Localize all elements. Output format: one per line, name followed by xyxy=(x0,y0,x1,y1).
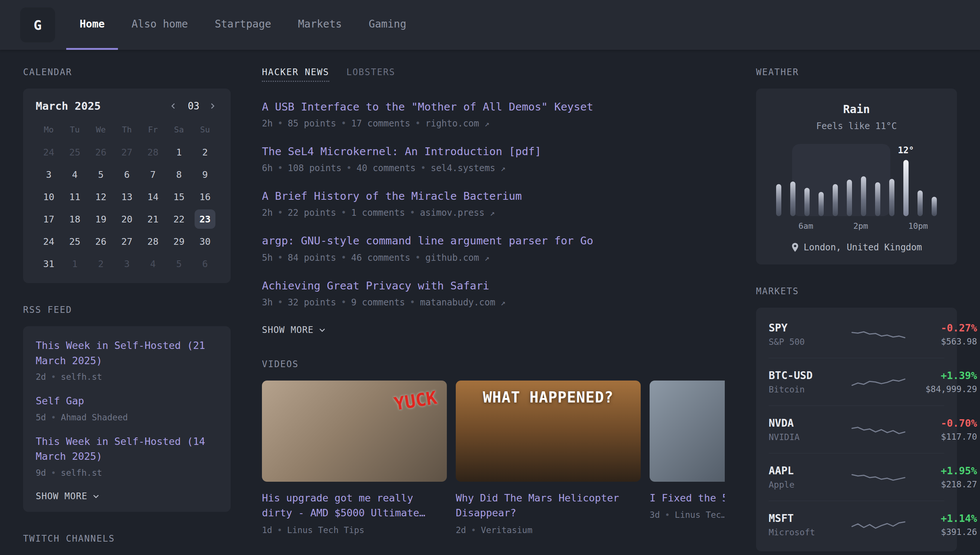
rss-item-title[interactable]: Self Gap xyxy=(36,393,218,409)
app-logo[interactable]: G xyxy=(20,8,55,42)
news-story: The SeL4 Microkernel: An Introduction [p… xyxy=(262,144,725,173)
meta-separator: • xyxy=(277,253,283,263)
nav-tab-home[interactable]: Home xyxy=(66,0,118,50)
calendar-next-button[interactable] xyxy=(209,101,218,111)
market-change: +1.95% xyxy=(910,465,977,476)
weather-bar xyxy=(932,197,937,216)
calendar-day: 2 xyxy=(88,253,114,275)
nav-tab-gaming[interactable]: Gaming xyxy=(355,0,420,50)
video-thumbnail[interactable]: YUCK xyxy=(262,380,447,482)
calendar-day: 1 xyxy=(62,253,88,275)
calendar-month-nav: 03 xyxy=(169,100,218,112)
nav-tab-markets[interactable]: Markets xyxy=(285,0,355,50)
calendar-day: 18 xyxy=(62,208,88,230)
rss-show-more-button[interactable]: SHOW MORE xyxy=(36,491,100,501)
market-row-btc-usd[interactable]: BTC-USDBitcoin+1.39%$84,999.29 xyxy=(769,358,944,406)
calendar-month-label: March 2025 xyxy=(36,100,169,112)
news-story-source[interactable]: sel4.systems ↗ xyxy=(431,163,505,173)
calendar-day: 22 xyxy=(166,208,192,230)
news-story-comments[interactable]: 1 comments xyxy=(351,208,405,218)
weather-time-label xyxy=(895,221,908,231)
market-row-spy[interactable]: SPYS&P 500-0.27%$563.98 xyxy=(769,311,944,358)
market-ticker: SPY xyxy=(769,322,847,334)
weather-time-label: 2pm xyxy=(853,221,868,231)
news-story-source[interactable]: matanabudy.com ↗ xyxy=(420,297,505,308)
meta-separator: • xyxy=(277,208,283,218)
calendar-prev-button[interactable] xyxy=(169,101,179,111)
news-story-age: 3h xyxy=(262,297,273,308)
sparkline-chart xyxy=(850,420,906,440)
calendar-day: 6 xyxy=(114,163,140,186)
video-item: WHAT HAPPENED?Why Did The Mars Helicopte… xyxy=(456,380,641,535)
nav-tab-also-home[interactable]: Also home xyxy=(118,0,201,50)
rss-item-title[interactable]: This Week in Self-Hosted (21 March 2025) xyxy=(36,338,218,368)
weather-location-row: London, United Kingdom xyxy=(771,242,941,253)
news-story-comments[interactable]: 17 comments xyxy=(351,118,411,129)
weather-bar xyxy=(818,192,824,216)
news-story-title[interactable]: argp: GNU-style command line argument pa… xyxy=(262,234,725,248)
calendar-day: 4 xyxy=(140,253,166,275)
meta-separator: • xyxy=(277,163,283,173)
news-story-meta: 2h•85 points•17 comments•righto.com ↗ xyxy=(262,118,725,129)
video-thumbnail[interactable]: DO xyxy=(650,380,725,482)
news-story-source[interactable]: github.com ↗ xyxy=(425,253,489,263)
calendar-widget: March 2025 03 MoTuWeThFrSaSu242526272812… xyxy=(23,88,231,283)
calendar-day: 13 xyxy=(114,186,140,208)
news-story-title[interactable]: The SeL4 Microkernel: An Introduction [p… xyxy=(262,144,725,159)
weather-bar-column xyxy=(786,152,800,216)
news-tab-lobsters[interactable]: LOBSTERS xyxy=(346,67,396,82)
calendar-day: 27 xyxy=(114,141,140,163)
news-story: A USB Interface to the "Mother of All De… xyxy=(262,100,725,129)
meta-separator: • xyxy=(341,208,346,218)
market-row-nvda[interactable]: NVDANVIDIA-0.70%$117.70 xyxy=(769,406,944,454)
weather-header: WEATHER xyxy=(756,67,957,77)
calendar-day: 12 xyxy=(88,186,114,208)
market-row-right: -0.27%$563.98 xyxy=(910,322,977,346)
news-story-source[interactable]: asimov.press ↗ xyxy=(420,208,495,218)
market-name: S&P 500 xyxy=(769,337,847,347)
video-title[interactable]: His upgrade got me really dirty - AMD $5… xyxy=(262,491,447,521)
weather-bar-column xyxy=(828,152,842,216)
news-story-source[interactable]: righto.com ↗ xyxy=(425,118,489,129)
news-story-comments[interactable]: 46 comments xyxy=(351,253,411,263)
weather-time-row: 6am2pm10pm xyxy=(771,221,941,231)
video-age: 2d xyxy=(456,525,466,535)
meta-separator: • xyxy=(51,372,56,382)
rss-item-title[interactable]: This Week in Self-Hosted (14 March 2025) xyxy=(36,434,218,464)
meta-separator: • xyxy=(341,118,346,129)
market-row-right: +1.39%$84,999.29 xyxy=(910,370,977,394)
market-ticker: MSFT xyxy=(769,512,847,525)
news-story-title[interactable]: Achieving Great Privacy with Safari xyxy=(262,279,725,293)
market-name: Apple xyxy=(769,480,847,489)
weather-bar xyxy=(889,179,895,216)
news-story-comments[interactable]: 9 comments xyxy=(351,297,405,308)
nav-tab-startpage[interactable]: Startpage xyxy=(201,0,285,50)
market-row-msft[interactable]: MSFTMicrosoft+1.14%$391.26 xyxy=(769,501,944,548)
videos-row: YUCKHis upgrade got me really dirty - AM… xyxy=(262,380,725,535)
news-story-title[interactable]: A USB Interface to the "Mother of All De… xyxy=(262,100,725,114)
weather-time-label xyxy=(827,221,840,231)
news-story-age: 6h xyxy=(262,163,273,173)
news-story-comments[interactable]: 40 comments xyxy=(356,163,415,173)
news-story-list: A USB Interface to the "Mother of All De… xyxy=(262,100,725,308)
video-title[interactable]: I Fixed the 5… Power Connect… xyxy=(650,491,725,506)
weather-time-label xyxy=(813,221,827,231)
calendar-day: 11 xyxy=(62,186,88,208)
news-story-meta: 6h•108 points•40 comments•sel4.systems ↗ xyxy=(262,163,725,173)
rss-item-meta: 2d•selfh.st xyxy=(36,372,218,382)
calendar-day: 7 xyxy=(140,163,166,186)
news-show-more-button[interactable]: SHOW MORE xyxy=(262,325,326,335)
video-thumbnail[interactable]: WHAT HAPPENED? xyxy=(456,380,641,482)
market-row-aapl[interactable]: AAPLApple+1.95%$218.27 xyxy=(769,454,944,501)
calendar-day: 31 xyxy=(36,253,62,275)
sparkline-chart xyxy=(850,515,906,534)
news-story-title[interactable]: A Brief History of the Miracle Bacterium xyxy=(262,189,725,204)
calendar-weekday-label: Mo xyxy=(36,120,62,141)
news-tab-hacker-news[interactable]: HACKER NEWS xyxy=(262,67,329,82)
video-title[interactable]: Why Did The Mars Helicopter Disappear? xyxy=(456,491,641,521)
meta-separator: • xyxy=(471,525,476,535)
calendar-day: 24 xyxy=(36,141,62,163)
twitch-header: TWITCH CHANNELS xyxy=(23,533,231,544)
market-ticker: NVDA xyxy=(769,417,847,429)
calendar-day: 19 xyxy=(88,208,114,230)
